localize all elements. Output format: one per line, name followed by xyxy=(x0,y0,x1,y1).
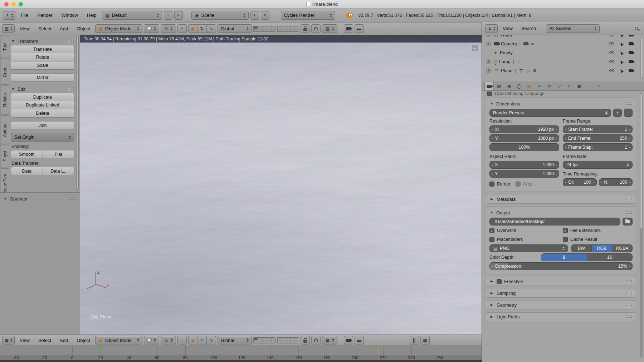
editor-type-button-outliner[interactable] xyxy=(485,24,498,33)
color-mode-rgba[interactable]: RGBA xyxy=(612,244,633,252)
outliner-row-lamp[interactable]: Lamp xyxy=(482,57,644,66)
compression-slider[interactable]: Compression: 15% xyxy=(489,262,633,270)
set-origin-dropdown[interactable]: Set Origin xyxy=(11,133,74,142)
crop-checkbox[interactable] xyxy=(516,182,521,187)
osl-checkbox[interactable] xyxy=(487,91,492,96)
scrollbar-thumb[interactable] xyxy=(640,93,642,229)
opengl-render-anim-button-bottom[interactable] xyxy=(355,336,364,344)
menu-outliner-view[interactable]: View xyxy=(499,26,516,31)
manipulator-scale-button-bottom[interactable] xyxy=(207,336,216,344)
tool-shelf-scrollbar[interactable] xyxy=(76,36,79,190)
end-frame-field[interactable]: End Frame: 250 xyxy=(563,134,633,142)
outliner-item-label[interactable]: Lamp xyxy=(499,59,511,64)
properties-tab-material[interactable] xyxy=(565,82,574,90)
resolution-x-field[interactable]: X: 1920 px xyxy=(489,125,559,133)
outliner-item-label[interactable]: Plano xyxy=(501,68,512,73)
file-format-dropdown[interactable]: PNG xyxy=(489,244,568,252)
render-restrict-icon[interactable] xyxy=(629,42,633,45)
mode-selector-top[interactable]: Object Mode xyxy=(95,24,142,33)
screen-layout-button[interactable] xyxy=(420,336,430,344)
render-restrict-icon[interactable] xyxy=(629,69,633,72)
shelf-tab-physics[interactable]: Physi xyxy=(1,145,9,167)
render-viewport[interactable]: Time:00:34.94 | Remaining:01:08.79 | Mem… xyxy=(80,35,482,334)
mode-selector-bottom[interactable]: Object Mode xyxy=(95,336,142,344)
layers-grid-2[interactable] xyxy=(277,337,299,343)
properties-tab-texture[interactable] xyxy=(575,82,584,90)
menu-view-bottom[interactable]: View xyxy=(16,338,33,343)
timeline-ticks[interactable] xyxy=(0,346,482,355)
shelf-tab-tools[interactable]: Tool xyxy=(1,36,9,58)
flat-button[interactable]: Flat xyxy=(43,150,75,158)
overwrite-checkbox[interactable] xyxy=(489,228,494,233)
scrollbar-thumb[interactable] xyxy=(76,36,79,189)
outliner-scrollbar[interactable] xyxy=(640,36,643,79)
file-extensions-checkbox-row[interactable]: File Extensions xyxy=(563,227,633,234)
menu-view-top[interactable]: View xyxy=(16,26,33,31)
editor-type-button-view3d-top[interactable] xyxy=(2,24,15,33)
pivot-point-selector-top[interactable] xyxy=(161,24,176,33)
render-restrict-icon[interactable] xyxy=(629,60,633,63)
panel-grip-icon[interactable] xyxy=(625,211,633,215)
border-checkbox-row[interactable]: Border xyxy=(489,180,511,188)
screen-layout-selector[interactable]: Default xyxy=(102,11,162,20)
properties-tab-world[interactable] xyxy=(514,82,524,90)
delete-layout-button[interactable] xyxy=(174,11,183,20)
freestyle-checkbox[interactable] xyxy=(497,279,502,284)
selectable-icon[interactable] xyxy=(619,50,624,55)
resolution-y-field[interactable]: Y: 1080 px xyxy=(489,134,559,142)
manipulator-rotate-button-top[interactable] xyxy=(197,24,207,33)
constraint-icon[interactable] xyxy=(530,41,535,46)
panel-grip-icon[interactable] xyxy=(625,102,633,106)
timeline-marker-olive[interactable] xyxy=(378,346,379,355)
menu-render[interactable]: Render xyxy=(34,13,56,18)
panel-grip-icon[interactable] xyxy=(67,87,74,91)
editor-type-button-view3d-bottom[interactable] xyxy=(2,336,15,344)
outliner-row-world[interactable]: World xyxy=(482,35,644,39)
menu-add-bottom[interactable]: Add xyxy=(56,338,72,343)
close-window-button[interactable] xyxy=(4,2,9,6)
outliner-item-label[interactable]: Camera xyxy=(501,41,517,46)
expand-icon[interactable] xyxy=(486,59,491,64)
start-frame-field[interactable]: Start Frame: 1 xyxy=(563,125,633,133)
menu-window[interactable]: Window xyxy=(58,13,82,18)
outliner-item-label[interactable]: World xyxy=(500,35,512,38)
manipulator-toggle-bottom[interactable] xyxy=(177,336,187,344)
scale-button[interactable]: Scale xyxy=(11,61,74,70)
outliner-row-empty[interactable]: Empty xyxy=(482,48,644,57)
panel-grip-icon[interactable] xyxy=(625,197,633,201)
panel-grip-icon[interactable] xyxy=(625,279,633,283)
output-panel-header[interactable]: Output xyxy=(489,209,633,217)
color-mode-bw[interactable]: BW xyxy=(571,244,592,252)
manipulator-rotate-button-bottom[interactable] xyxy=(197,336,207,344)
expand-icon[interactable] xyxy=(486,35,491,37)
pause-render-button[interactable] xyxy=(410,336,419,344)
resolution-percentage-field[interactable]: 100% xyxy=(489,143,559,151)
minimize-window-button[interactable] xyxy=(11,2,16,6)
layers-grid-2[interactable] xyxy=(277,26,299,32)
properties-tab-scene[interactable] xyxy=(504,82,514,90)
panel-grip-icon[interactable] xyxy=(625,303,633,307)
panel-grip-icon[interactable] xyxy=(69,197,76,201)
render-presets-dropdown[interactable]: Render Presets xyxy=(489,109,611,117)
join-button[interactable]: Join xyxy=(11,121,74,129)
shape-key-icon[interactable] xyxy=(526,68,531,73)
outliner-display-filter[interactable]: All Scenes xyxy=(546,24,600,33)
render-restrict-icon[interactable] xyxy=(629,51,633,54)
menu-object-bottom[interactable]: Object xyxy=(73,338,94,343)
shelf-tab-relations[interactable]: Relatio xyxy=(1,86,9,114)
hide-icon[interactable] xyxy=(609,51,614,54)
viewport-shading-selector-top[interactable] xyxy=(144,24,159,33)
menu-file[interactable]: File xyxy=(17,13,32,18)
camera-data-icon[interactable] xyxy=(523,42,528,45)
transform-panel-header[interactable]: Transform xyxy=(11,37,74,45)
properties-tab-physics[interactable] xyxy=(595,82,604,90)
render-restrict-icon[interactable] xyxy=(629,35,633,36)
operator-panel-header[interactable]: Operator xyxy=(3,195,76,203)
snap-element-selector-top[interactable] xyxy=(322,24,337,33)
panel-grip-icon[interactable] xyxy=(625,291,633,295)
properties-tab-render-layers[interactable] xyxy=(494,82,504,90)
opengl-render-button-top[interactable] xyxy=(344,24,353,33)
properties-tab-render[interactable] xyxy=(484,82,494,90)
properties-tab-data[interactable] xyxy=(555,82,564,90)
delete-scene-button[interactable] xyxy=(261,11,269,20)
